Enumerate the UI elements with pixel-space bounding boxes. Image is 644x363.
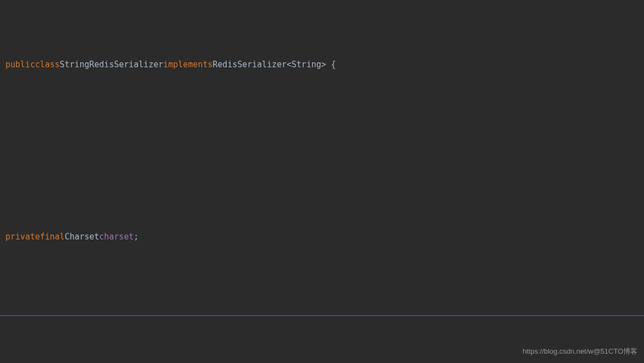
brace: { <box>326 56 336 74</box>
code-editor[interactable]: public class StringRedisSerializer imple… <box>0 0 644 363</box>
field-charset: charset <box>99 229 134 246</box>
type-charset: Charset <box>64 229 99 246</box>
watermark-text: https://blog.csdn.net/w@51CTO博客 <box>523 343 637 360</box>
interface-name: RedisSerializer <box>212 56 286 74</box>
semicolon: ; <box>134 229 139 246</box>
keyword-implements: implements <box>163 56 212 74</box>
class-name: StringRedisSerializer <box>60 56 163 74</box>
keyword-final: final <box>40 229 64 246</box>
generic-type: <String> <box>287 56 326 74</box>
code-line[interactable]: public class StringRedisSerializer imple… <box>0 56 644 74</box>
section-divider <box>0 315 644 316</box>
code-line-blank[interactable] <box>0 142 644 160</box>
keyword-class: class <box>35 56 60 74</box>
keyword-public: public <box>5 56 35 74</box>
code-line[interactable]: private final Charset charset; <box>0 229 644 246</box>
keyword-private: private <box>5 229 40 246</box>
